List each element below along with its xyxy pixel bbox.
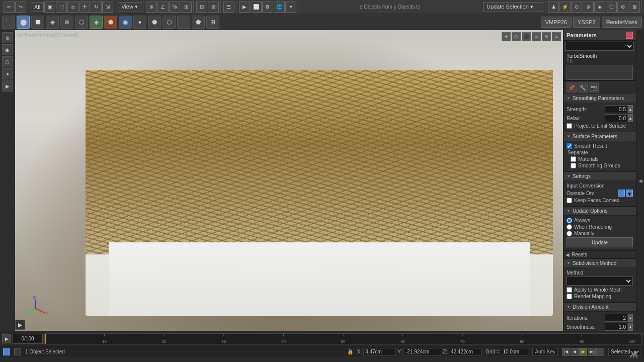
render-button[interactable]: ⬜ xyxy=(251,2,262,13)
update-options-header[interactable]: ▼ Update Options xyxy=(564,207,636,216)
toolbar2-icon-7[interactable]: ◈ xyxy=(90,16,103,29)
angle-snap-button[interactable]: ∠ xyxy=(157,2,169,13)
render-effects-button[interactable]: ✦ xyxy=(285,2,296,13)
left-btn-5[interactable]: ▶ xyxy=(2,80,13,92)
char5-button[interactable]: ◈ xyxy=(594,2,605,13)
goto-start-btn[interactable]: |◀ xyxy=(562,348,570,356)
modifier-select[interactable] xyxy=(566,42,634,51)
tab-rendermask[interactable]: RenderMask xyxy=(602,17,642,28)
autokey-indicator[interactable] xyxy=(3,348,10,355)
select-object-button[interactable]: ▣ xyxy=(44,2,55,13)
toolbar2-icon-11[interactable]: ⬟ xyxy=(148,16,161,29)
smoothness-input[interactable] xyxy=(605,323,627,331)
x-input[interactable]: 3.47cm xyxy=(363,348,396,356)
render-env-button[interactable]: 🌐 xyxy=(274,2,285,13)
iterations-input[interactable] xyxy=(605,314,627,322)
whole-mesh-checkbox[interactable] xyxy=(567,287,572,293)
char2-button[interactable]: ⚡ xyxy=(559,2,571,13)
scale-button[interactable]: ⇲ xyxy=(102,2,113,13)
left-btn-2[interactable]: ◉ xyxy=(2,44,13,55)
toolbar2-icon-3[interactable]: 🔲 xyxy=(31,16,44,29)
left-btn-3[interactable]: ⬡ xyxy=(2,56,13,67)
render-setup-button[interactable]: ⚙ xyxy=(262,2,273,13)
redo-button[interactable]: ↪ xyxy=(15,2,26,13)
play-area-btn[interactable]: ▶ xyxy=(15,320,25,330)
iterations-up[interactable]: ▲ xyxy=(628,314,633,322)
play-btn[interactable]: ▶ xyxy=(579,348,587,356)
tab-yssp2[interactable]: YSSP2 xyxy=(573,17,600,28)
update-button[interactable]: Update xyxy=(567,237,633,247)
subdiv-header[interactable]: ▼ Subdivision Method xyxy=(564,259,636,268)
window-crossing-button[interactable]: ⧈ xyxy=(67,2,78,13)
toolbar2-icon-10[interactable]: ♦ xyxy=(133,16,146,29)
toolbar2-icon-12[interactable]: ⬡ xyxy=(163,16,176,29)
toolbar2-icon-13[interactable]: ◾ xyxy=(177,16,190,29)
next-frame-btn[interactable]: ▶| xyxy=(588,348,596,356)
tab-vmpp26[interactable]: VMPP26 xyxy=(541,17,572,28)
char7-button[interactable]: ⊕ xyxy=(617,2,628,13)
vp-camera-btn[interactable]: ⧈ xyxy=(532,32,541,41)
update-selection-dropdown[interactable]: Update Selection ▾ xyxy=(483,2,543,12)
char6-button[interactable]: ⬡ xyxy=(606,2,617,13)
render-mapping-checkbox[interactable] xyxy=(567,294,572,299)
character-button[interactable]: ♟ xyxy=(548,2,559,13)
materials-checkbox[interactable] xyxy=(571,156,576,162)
method-select[interactable] xyxy=(567,277,633,286)
coord-dropdown[interactable]: View ▾ xyxy=(118,2,141,12)
settings-header[interactable]: ▼ Settings xyxy=(564,172,636,181)
select-move-button[interactable]: ✛ xyxy=(79,2,90,13)
smoothing-groups-checkbox[interactable] xyxy=(571,163,576,168)
toolbar2-icon-8[interactable]: ⬟ xyxy=(104,16,117,29)
toolbar2-icon-6[interactable]: ⬡ xyxy=(75,16,88,29)
select-all-dropdown[interactable]: All xyxy=(31,2,44,12)
select-region-button[interactable]: ⬚ xyxy=(56,2,67,13)
vp-shading-btn[interactable]: ☀ xyxy=(502,32,511,41)
char3-button[interactable]: ⊙ xyxy=(571,2,582,13)
toolbar2-icon-14[interactable]: ⬟ xyxy=(192,16,205,29)
sub-panel-arrow[interactable]: ◀ xyxy=(636,30,644,331)
vp-mesh-btn[interactable]: ⬡ xyxy=(512,32,521,41)
undo-button[interactable]: ↩ xyxy=(4,2,15,13)
operate-on-btn[interactable]: ▾ xyxy=(626,190,633,197)
vp-more-btn[interactable]: ≡ xyxy=(552,32,561,41)
resets-label[interactable]: Resets xyxy=(572,252,587,257)
strength-input[interactable]: 0.5 xyxy=(605,105,627,113)
layer-button[interactable]: ☰ xyxy=(223,2,234,13)
panel-icon-pin[interactable]: 📌 xyxy=(567,82,577,93)
manually-radio[interactable] xyxy=(567,231,572,236)
z-input[interactable]: 42.422cm xyxy=(449,348,481,356)
align-button[interactable]: ⊞ xyxy=(208,2,219,13)
mirror-button[interactable]: ⊟ xyxy=(196,2,207,13)
toolbar2-icon-15[interactable]: ⊞ xyxy=(206,16,219,29)
when-rendering-radio[interactable] xyxy=(567,224,572,230)
snap-button[interactable]: ⊕ xyxy=(146,2,157,13)
toolbar2-icon-1[interactable]: ⬛ xyxy=(2,16,15,29)
autokey-button[interactable]: Auto Key xyxy=(532,348,558,356)
smooth-result-checkbox[interactable] xyxy=(567,143,572,149)
char4-button[interactable]: ⊛ xyxy=(583,2,594,13)
strength-up[interactable]: ▲ xyxy=(628,105,633,113)
tl-play-btn[interactable]: ▶ xyxy=(2,334,11,343)
y-input[interactable]: -21.924cm xyxy=(404,348,441,356)
relax-input[interactable]: 0.0 xyxy=(605,114,627,122)
smoothness-up[interactable]: ▲ xyxy=(628,323,633,331)
toolbar2-icon-2[interactable]: ⬤ xyxy=(17,16,30,29)
record-btn[interactable]: ● xyxy=(596,348,604,356)
viewport[interactable]: [+][Perspective][Shaded] ☀ ⬡ ⬛ ⧈ ⊕ ≡ xyxy=(15,30,563,331)
panel-pink-btn[interactable] xyxy=(626,32,633,39)
division-amount-header[interactable]: ▼ Division Amount xyxy=(564,303,636,312)
smoothing-params-header[interactable]: ▼ Smoothing Parameters xyxy=(564,94,636,103)
vp-settings-btn[interactable]: ⊕ xyxy=(542,32,551,41)
toolbar2-icon-9[interactable]: ◉ xyxy=(119,16,132,29)
render-frame-button[interactable]: ▶ xyxy=(239,2,250,13)
left-btn-1[interactable]: ⊕ xyxy=(2,32,13,43)
left-btn-4[interactable]: ✦ xyxy=(2,68,13,79)
always-radio[interactable] xyxy=(567,218,572,223)
panel-icon-camera[interactable]: 📷 xyxy=(589,82,599,93)
toolbar2-icon-5[interactable]: ⊕ xyxy=(60,16,73,29)
resets-expand[interactable]: ◀ xyxy=(566,252,570,257)
project-limit-checkbox[interactable] xyxy=(567,123,572,129)
panel-icon-wrench[interactable]: 🔧 xyxy=(578,82,588,93)
toolbar2-icon-4[interactable]: ◈ xyxy=(46,16,59,29)
grid-input[interactable]: 10.0cm xyxy=(501,348,528,356)
